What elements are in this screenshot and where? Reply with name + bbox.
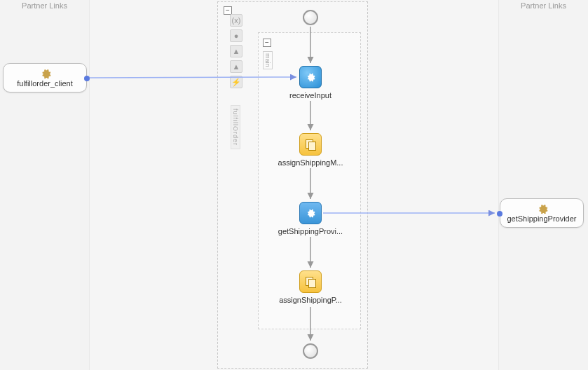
partner-link-shipping-provider[interactable]: getShippingProvider bbox=[500, 198, 584, 228]
main-scope-tag: main bbox=[263, 51, 273, 69]
collapse-toggle-main[interactable]: − bbox=[263, 39, 271, 47]
left-panel-title: Partner Links bbox=[0, 1, 89, 10]
gear-icon bbox=[306, 208, 315, 218]
activity-get-shipping-provider[interactable] bbox=[299, 202, 322, 224]
gear-icon bbox=[306, 72, 315, 82]
activity-assign-shipping-method[interactable] bbox=[299, 133, 322, 156]
partner-link-client[interactable]: fulfillorder_client bbox=[3, 63, 87, 92]
port-icon bbox=[84, 76, 90, 81]
start-event-icon[interactable] bbox=[303, 10, 318, 25]
end-event-icon[interactable] bbox=[303, 343, 318, 359]
assign-icon bbox=[306, 277, 315, 287]
palette-tool-event-icon[interactable]: ⚡ bbox=[230, 76, 242, 88]
palette-tool-variable-icon[interactable]: (x) bbox=[230, 14, 242, 27]
palette-tool-sensor-icon[interactable]: ● bbox=[230, 29, 242, 42]
activity-assign-shipping-provider-label: assignShippingP... bbox=[268, 296, 353, 304]
activity-receive-input-label: receiveInput bbox=[268, 91, 353, 100]
activity-assign-shipping-provider[interactable] bbox=[299, 270, 322, 293]
right-partner-links-panel: Partner Links bbox=[498, 0, 588, 370]
activity-assign-shipping-method-label: assignShippingM... bbox=[268, 158, 353, 167]
process-name-label: fulfillOrder bbox=[231, 105, 240, 149]
partner-link-shipping-provider-label: getShippingProvider bbox=[507, 214, 576, 223]
activity-get-shipping-provider-label: getShippingProvi... bbox=[268, 227, 353, 235]
left-partner-links-panel: Partner Links bbox=[0, 0, 90, 370]
palette-tool-triangle2-icon[interactable]: ▲ bbox=[230, 60, 242, 73]
tool-palette: (x) ● ▲ ▲ ⚡ bbox=[230, 14, 242, 88]
palette-tool-triangle-icon[interactable]: ▲ bbox=[230, 45, 242, 57]
assign-icon bbox=[306, 139, 315, 149]
port-icon bbox=[497, 211, 502, 217]
partner-link-client-label: fulfillorder_client bbox=[17, 79, 72, 88]
partner-link-icon bbox=[40, 68, 50, 78]
partner-link-icon bbox=[537, 203, 547, 213]
right-panel-title: Partner Links bbox=[499, 1, 588, 10]
activity-receive-input[interactable] bbox=[299, 66, 322, 88]
